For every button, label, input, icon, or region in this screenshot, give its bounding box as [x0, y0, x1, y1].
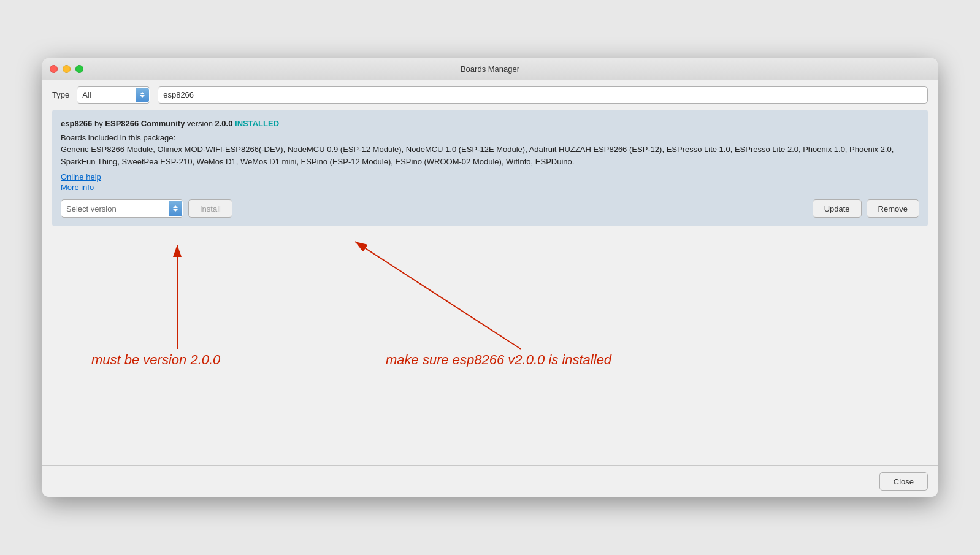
- online-help-link[interactable]: Online help: [61, 172, 919, 182]
- version-select-wrapper: Select version: [61, 199, 183, 218]
- more-info-link[interactable]: More info: [61, 183, 919, 192]
- package-version-prefix: version: [187, 119, 213, 128]
- title-bar: Boards Manager: [42, 58, 938, 80]
- annotation-arrows: [42, 232, 913, 453]
- version-select[interactable]: Select version: [61, 199, 183, 218]
- update-button[interactable]: Update: [813, 199, 862, 218]
- boards-manager-window: Boards Manager Type All esp8266 by ESP82…: [42, 58, 938, 497]
- type-select[interactable]: All: [77, 86, 150, 104]
- bottom-bar: Close: [42, 465, 938, 497]
- svg-line-3: [355, 242, 521, 349]
- type-label: Type: [52, 90, 69, 99]
- package-name: esp8266: [61, 119, 92, 128]
- toolbar: Type All: [42, 80, 938, 110]
- right-actions: Update Remove: [813, 199, 919, 218]
- install-button[interactable]: Install: [188, 199, 232, 218]
- close-traffic-light[interactable]: [50, 65, 58, 73]
- search-input[interactable]: [158, 86, 928, 104]
- traffic-lights: [50, 65, 83, 73]
- package-header: esp8266 by ESP8266 Community version 2.0…: [61, 118, 919, 129]
- close-button[interactable]: Close: [879, 472, 928, 491]
- package-actions: Select version Install Update Remove: [61, 199, 919, 218]
- maximize-traffic-light[interactable]: [75, 65, 83, 73]
- annotation-area: must be version 2.0.0 make sure esp8266 …: [42, 232, 938, 465]
- package-version: 2.0.0: [215, 119, 233, 128]
- package-description: Boards included in this package: Generic…: [61, 132, 919, 168]
- content-area: esp8266 by ESP8266 Community version 2.0…: [52, 110, 928, 227]
- type-select-wrapper: All: [77, 86, 150, 104]
- boards-label: Boards included in this package:: [61, 132, 919, 144]
- boards-list: Generic ESP8266 Module, Olimex MOD-WIFI-…: [61, 144, 919, 167]
- installed-annotation: make sure esp8266 v2.0.0 is installed: [386, 352, 611, 368]
- remove-button[interactable]: Remove: [867, 199, 919, 218]
- package-community: ESP8266 Community: [105, 119, 185, 128]
- package-links: Online help More info: [61, 172, 919, 192]
- minimize-traffic-light[interactable]: [63, 65, 71, 73]
- window-title: Boards Manager: [461, 64, 519, 74]
- installed-badge: INSTALLED: [235, 119, 279, 128]
- package-by: by: [94, 119, 103, 128]
- version-annotation: must be version 2.0.0: [91, 352, 220, 368]
